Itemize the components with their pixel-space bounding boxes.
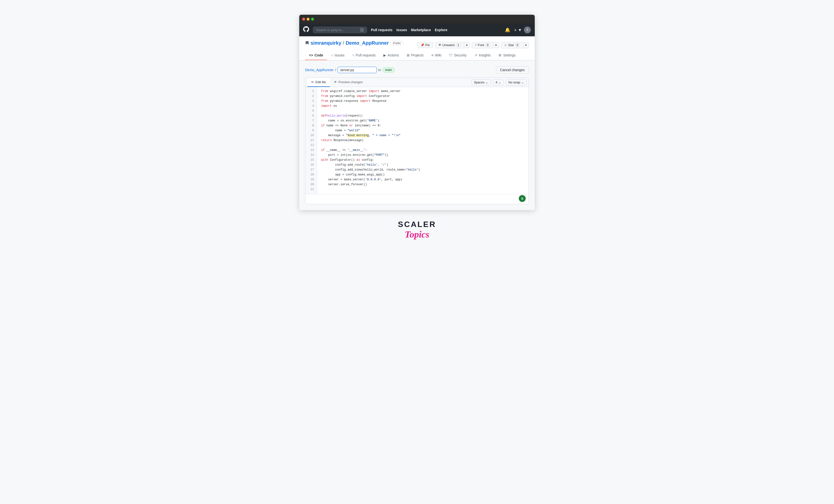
user-avatar[interactable]: S: [524, 26, 531, 34]
search-bar[interactable]: Search or jump to... /: [313, 27, 367, 33]
file-name-input[interactable]: [337, 67, 377, 73]
code-content[interactable]: from wsgiref.simple_server import make_s…: [317, 87, 529, 194]
line-num-16: 16: [305, 163, 317, 168]
file-editor-header: Demo_AppRunner / in main Cancel changes: [305, 66, 529, 73]
tab-projects[interactable]: ⊞ Projects: [403, 51, 427, 60]
scaler-topics: Topics: [0, 229, 834, 240]
browser-close-dot[interactable]: [302, 18, 305, 21]
new-item-icon[interactable]: ＋ ▾: [513, 27, 521, 33]
search-placeholder: Search or jump to...: [316, 28, 344, 32]
fork-count: 0: [485, 43, 490, 47]
pin-label: Pin: [425, 43, 430, 47]
tab-security[interactable]: 🛡 Security: [445, 51, 470, 60]
main-content: Demo_AppRunner / in main Cancel changes …: [299, 60, 535, 210]
code-line-14: port = int(os.environ.get("PORT")): [321, 153, 525, 158]
editor-user-avatar[interactable]: S: [519, 195, 526, 202]
line-numbers: 1 2 3 4 5 6 7 8 9 10 11 12 13 14 15 16 1: [305, 87, 317, 194]
line-num-17: 17: [305, 168, 317, 173]
spaces-select[interactable]: Spaces ⌄: [471, 79, 491, 85]
unwatch-count: 1: [456, 43, 461, 47]
breadcrumb-repo-link[interactable]: Demo_AppRunner: [305, 68, 334, 72]
star-icon: ☆: [504, 43, 507, 47]
navbar-links: Pull requests Issues Marketplace Explore: [371, 28, 447, 32]
code-line-16: config.add_route('hello', '/'): [321, 163, 525, 168]
wrap-select[interactable]: No wrap ⌄: [506, 79, 527, 85]
unwatch-label: Unwatch: [442, 43, 455, 47]
repo-owner-link[interactable]: simranquirky: [310, 40, 342, 46]
repo-nav: <> Code ○ Issues ⑂ Pull requests ▶ Actio…: [305, 51, 529, 60]
code-line-15: with Configurator() as config:: [321, 158, 525, 163]
nav-marketplace[interactable]: Marketplace: [411, 28, 431, 32]
tab-wiki[interactable]: ≡ Wiki: [427, 51, 445, 60]
code-line-13: if __name__ == '__main__':: [321, 148, 525, 153]
settings-icon: ⚙: [499, 53, 502, 57]
tab-actions[interactable]: ▶ Actions: [379, 51, 403, 60]
nav-pull-requests[interactable]: Pull requests: [371, 28, 393, 32]
repo-name-link[interactable]: Demo_AppRunner: [346, 40, 389, 46]
line-num-6: 6: [305, 114, 317, 118]
code-line-21: [321, 187, 525, 192]
code-line-3: from pyramid.response import Response: [321, 99, 525, 104]
line-num-20: 20: [305, 182, 317, 187]
code-line-19: server = make_server('0.0.0.0', port, ap…: [321, 177, 525, 182]
in-label: in: [378, 68, 381, 72]
code-line-8: if name == None or len(name) == 0:: [321, 124, 525, 128]
code-line-11: return Response(message): [321, 138, 525, 143]
star-group: ☆ Star 0 ▾: [501, 42, 529, 48]
pin-button[interactable]: 📌 Pin: [417, 42, 433, 48]
browser-maximize-dot[interactable]: [311, 18, 314, 21]
nav-explore[interactable]: Explore: [435, 28, 447, 32]
line-num-8: 8: [305, 124, 317, 128]
indent-select[interactable]: 4 ⌄: [493, 79, 504, 85]
tab-insights[interactable]: ↗ Insights: [470, 51, 495, 60]
notifications-icon[interactable]: 🔔: [505, 27, 510, 32]
code-line-18: app = config.make_wsgi_app(): [321, 173, 525, 177]
line-num-1: 1: [305, 89, 317, 94]
search-shortcut: /: [360, 28, 364, 32]
nav-issues[interactable]: Issues: [396, 28, 407, 32]
repo-actions: 📌 Pin 👁 Unwatch 1 ▾ ⑂ Fork: [417, 42, 529, 48]
wiki-icon: ≡: [432, 53, 434, 57]
visibility-badge: Public: [390, 41, 404, 46]
spaces-chevron-icon: ⌄: [485, 81, 488, 84]
browser-minimize-dot[interactable]: [307, 18, 310, 21]
star-count: 0: [515, 43, 520, 47]
repo-breadcrumb: simranquirky / Demo_AppRunner Public: [305, 40, 403, 46]
tab-settings[interactable]: ⚙ Settings: [495, 51, 520, 60]
tab-pull-requests[interactable]: ⑂ Pull requests: [348, 51, 379, 60]
repo-header: simranquirky / Demo_AppRunner Public 📌 P…: [299, 36, 535, 60]
line-num-5: 5: [305, 109, 317, 114]
unwatch-chevron[interactable]: ▾: [464, 42, 470, 48]
scaler-brand: SCALER Topics: [0, 220, 834, 240]
line-num-12: 12: [305, 143, 317, 148]
browser-chrome: [299, 15, 535, 24]
code-icon: <>: [309, 53, 313, 57]
browser-window: Search or jump to... / Pull requests Iss…: [299, 15, 535, 210]
fork-icon: ⑂: [475, 43, 477, 47]
line-num-11: 11: [305, 138, 317, 143]
editor-footer: S: [305, 194, 529, 204]
star-chevron[interactable]: ▾: [523, 42, 529, 48]
fork-chevron[interactable]: ▾: [493, 42, 499, 48]
cancel-changes-button[interactable]: Cancel changes: [496, 66, 529, 73]
line-num-7: 7: [305, 118, 317, 124]
tab-issues[interactable]: ○ Issues: [327, 51, 348, 60]
pr-icon: ⑂: [352, 53, 354, 57]
pencil-icon: ✏: [311, 80, 314, 84]
unwatch-button[interactable]: 👁 Unwatch 1: [435, 42, 464, 48]
tab-code[interactable]: <> Code: [305, 51, 327, 60]
github-logo-icon[interactable]: [303, 26, 309, 34]
code-area[interactable]: 1 2 3 4 5 6 7 8 9 10 11 12 13 14 15 16 1: [305, 87, 529, 194]
fork-button[interactable]: ⑂ Fork 0: [472, 42, 493, 48]
code-line-2: from pyramid.config import Configurator: [321, 94, 525, 99]
star-button[interactable]: ☆ Star 0: [501, 42, 523, 48]
line-num-19: 19: [305, 177, 317, 182]
code-line-17: config.add_view(hello_world, route_name=…: [321, 168, 525, 173]
navbar-right: 🔔 ＋ ▾ S: [505, 26, 531, 34]
wrap-chevron-icon: ⌄: [521, 81, 524, 84]
projects-icon: ⊞: [407, 53, 410, 57]
code-line-5: [321, 109, 525, 114]
preview-changes-tab[interactable]: 👁 Preview changes: [330, 78, 367, 87]
edit-file-tab[interactable]: ✏ Edit file: [307, 78, 330, 87]
line-num-4: 4: [305, 104, 317, 109]
